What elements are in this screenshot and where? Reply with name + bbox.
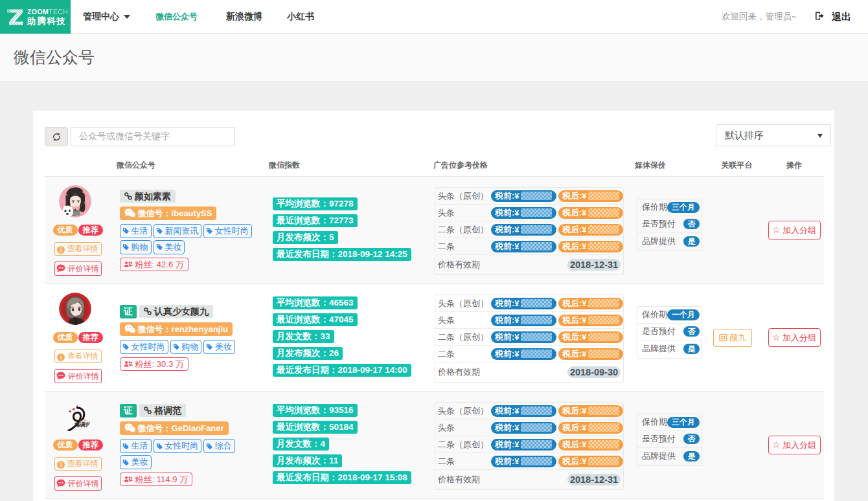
svg-text:格调范: 格调范 <box>74 421 91 428</box>
